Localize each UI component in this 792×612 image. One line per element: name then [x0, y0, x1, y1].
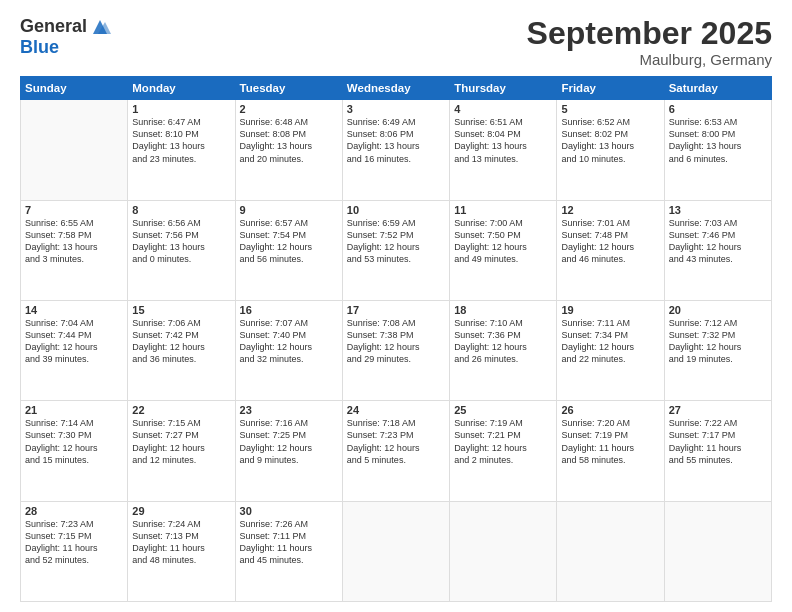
day-number: 13 — [669, 204, 767, 216]
day-info: Sunrise: 6:53 AMSunset: 8:00 PMDaylight:… — [669, 116, 767, 165]
table-row: 20Sunrise: 7:12 AMSunset: 7:32 PMDayligh… — [664, 300, 771, 400]
location-subtitle: Maulburg, Germany — [527, 51, 772, 68]
day-number: 17 — [347, 304, 445, 316]
day-info: Sunrise: 6:55 AMSunset: 7:58 PMDaylight:… — [25, 217, 123, 266]
table-row — [450, 501, 557, 601]
day-number: 3 — [347, 103, 445, 115]
day-number: 9 — [240, 204, 338, 216]
day-info: Sunrise: 6:57 AMSunset: 7:54 PMDaylight:… — [240, 217, 338, 266]
table-row — [664, 501, 771, 601]
table-row: 5Sunrise: 6:52 AMSunset: 8:02 PMDaylight… — [557, 100, 664, 200]
table-row: 21Sunrise: 7:14 AMSunset: 7:30 PMDayligh… — [21, 401, 128, 501]
day-info: Sunrise: 7:26 AMSunset: 7:11 PMDaylight:… — [240, 518, 338, 567]
day-number: 27 — [669, 404, 767, 416]
table-row: 27Sunrise: 7:22 AMSunset: 7:17 PMDayligh… — [664, 401, 771, 501]
day-number: 29 — [132, 505, 230, 517]
day-number: 25 — [454, 404, 552, 416]
day-info: Sunrise: 6:51 AMSunset: 8:04 PMDaylight:… — [454, 116, 552, 165]
table-row: 1Sunrise: 6:47 AMSunset: 8:10 PMDaylight… — [128, 100, 235, 200]
page: General Blue September 2025 Maulburg, Ge… — [0, 0, 792, 612]
calendar-week-row: 21Sunrise: 7:14 AMSunset: 7:30 PMDayligh… — [21, 401, 772, 501]
day-info: Sunrise: 7:07 AMSunset: 7:40 PMDaylight:… — [240, 317, 338, 366]
table-row: 15Sunrise: 7:06 AMSunset: 7:42 PMDayligh… — [128, 300, 235, 400]
day-info: Sunrise: 7:10 AMSunset: 7:36 PMDaylight:… — [454, 317, 552, 366]
table-row: 7Sunrise: 6:55 AMSunset: 7:58 PMDaylight… — [21, 200, 128, 300]
table-row: 24Sunrise: 7:18 AMSunset: 7:23 PMDayligh… — [342, 401, 449, 501]
day-info: Sunrise: 7:23 AMSunset: 7:15 PMDaylight:… — [25, 518, 123, 567]
table-row: 6Sunrise: 6:53 AMSunset: 8:00 PMDaylight… — [664, 100, 771, 200]
day-number: 23 — [240, 404, 338, 416]
table-row: 18Sunrise: 7:10 AMSunset: 7:36 PMDayligh… — [450, 300, 557, 400]
day-info: Sunrise: 7:24 AMSunset: 7:13 PMDaylight:… — [132, 518, 230, 567]
day-info: Sunrise: 7:04 AMSunset: 7:44 PMDaylight:… — [25, 317, 123, 366]
table-row: 11Sunrise: 7:00 AMSunset: 7:50 PMDayligh… — [450, 200, 557, 300]
day-info: Sunrise: 6:56 AMSunset: 7:56 PMDaylight:… — [132, 217, 230, 266]
day-info: Sunrise: 6:47 AMSunset: 8:10 PMDaylight:… — [132, 116, 230, 165]
calendar-week-row: 1Sunrise: 6:47 AMSunset: 8:10 PMDaylight… — [21, 100, 772, 200]
table-row: 4Sunrise: 6:51 AMSunset: 8:04 PMDaylight… — [450, 100, 557, 200]
table-row: 19Sunrise: 7:11 AMSunset: 7:34 PMDayligh… — [557, 300, 664, 400]
day-number: 11 — [454, 204, 552, 216]
day-number: 28 — [25, 505, 123, 517]
day-info: Sunrise: 7:16 AMSunset: 7:25 PMDaylight:… — [240, 417, 338, 466]
table-row: 3Sunrise: 6:49 AMSunset: 8:06 PMDaylight… — [342, 100, 449, 200]
day-info: Sunrise: 7:19 AMSunset: 7:21 PMDaylight:… — [454, 417, 552, 466]
table-row: 23Sunrise: 7:16 AMSunset: 7:25 PMDayligh… — [235, 401, 342, 501]
table-row — [342, 501, 449, 601]
day-number: 30 — [240, 505, 338, 517]
calendar-header-row: Sunday Monday Tuesday Wednesday Thursday… — [21, 77, 772, 100]
logo-icon — [89, 16, 111, 38]
table-row — [21, 100, 128, 200]
day-info: Sunrise: 7:03 AMSunset: 7:46 PMDaylight:… — [669, 217, 767, 266]
table-row: 22Sunrise: 7:15 AMSunset: 7:27 PMDayligh… — [128, 401, 235, 501]
day-info: Sunrise: 6:49 AMSunset: 8:06 PMDaylight:… — [347, 116, 445, 165]
col-tuesday: Tuesday — [235, 77, 342, 100]
day-info: Sunrise: 7:11 AMSunset: 7:34 PMDaylight:… — [561, 317, 659, 366]
table-row: 30Sunrise: 7:26 AMSunset: 7:11 PMDayligh… — [235, 501, 342, 601]
day-number: 24 — [347, 404, 445, 416]
day-info: Sunrise: 7:06 AMSunset: 7:42 PMDaylight:… — [132, 317, 230, 366]
logo-general: General — [20, 17, 87, 37]
col-friday: Friday — [557, 77, 664, 100]
day-number: 2 — [240, 103, 338, 115]
day-number: 5 — [561, 103, 659, 115]
day-number: 4 — [454, 103, 552, 115]
day-number: 18 — [454, 304, 552, 316]
table-row: 25Sunrise: 7:19 AMSunset: 7:21 PMDayligh… — [450, 401, 557, 501]
day-number: 7 — [25, 204, 123, 216]
day-info: Sunrise: 7:22 AMSunset: 7:17 PMDaylight:… — [669, 417, 767, 466]
day-number: 20 — [669, 304, 767, 316]
day-info: Sunrise: 7:14 AMSunset: 7:30 PMDaylight:… — [25, 417, 123, 466]
calendar-table: Sunday Monday Tuesday Wednesday Thursday… — [20, 76, 772, 602]
day-info: Sunrise: 7:08 AMSunset: 7:38 PMDaylight:… — [347, 317, 445, 366]
day-number: 22 — [132, 404, 230, 416]
table-row: 16Sunrise: 7:07 AMSunset: 7:40 PMDayligh… — [235, 300, 342, 400]
table-row: 9Sunrise: 6:57 AMSunset: 7:54 PMDaylight… — [235, 200, 342, 300]
day-number: 19 — [561, 304, 659, 316]
day-number: 8 — [132, 204, 230, 216]
col-saturday: Saturday — [664, 77, 771, 100]
day-number: 26 — [561, 404, 659, 416]
table-row: 14Sunrise: 7:04 AMSunset: 7:44 PMDayligh… — [21, 300, 128, 400]
day-info: Sunrise: 7:01 AMSunset: 7:48 PMDaylight:… — [561, 217, 659, 266]
table-row: 13Sunrise: 7:03 AMSunset: 7:46 PMDayligh… — [664, 200, 771, 300]
col-wednesday: Wednesday — [342, 77, 449, 100]
calendar-week-row: 14Sunrise: 7:04 AMSunset: 7:44 PMDayligh… — [21, 300, 772, 400]
table-row: 2Sunrise: 6:48 AMSunset: 8:08 PMDaylight… — [235, 100, 342, 200]
day-number: 10 — [347, 204, 445, 216]
table-row: 28Sunrise: 7:23 AMSunset: 7:15 PMDayligh… — [21, 501, 128, 601]
day-info: Sunrise: 6:52 AMSunset: 8:02 PMDaylight:… — [561, 116, 659, 165]
day-number: 21 — [25, 404, 123, 416]
day-number: 16 — [240, 304, 338, 316]
logo: General Blue — [20, 16, 111, 58]
day-info: Sunrise: 7:20 AMSunset: 7:19 PMDaylight:… — [561, 417, 659, 466]
calendar-week-row: 28Sunrise: 7:23 AMSunset: 7:15 PMDayligh… — [21, 501, 772, 601]
calendar-week-row: 7Sunrise: 6:55 AMSunset: 7:58 PMDaylight… — [21, 200, 772, 300]
day-info: Sunrise: 7:18 AMSunset: 7:23 PMDaylight:… — [347, 417, 445, 466]
day-number: 15 — [132, 304, 230, 316]
header: General Blue September 2025 Maulburg, Ge… — [20, 16, 772, 68]
day-info: Sunrise: 6:48 AMSunset: 8:08 PMDaylight:… — [240, 116, 338, 165]
day-info: Sunrise: 7:00 AMSunset: 7:50 PMDaylight:… — [454, 217, 552, 266]
day-info: Sunrise: 6:59 AMSunset: 7:52 PMDaylight:… — [347, 217, 445, 266]
table-row: 8Sunrise: 6:56 AMSunset: 7:56 PMDaylight… — [128, 200, 235, 300]
